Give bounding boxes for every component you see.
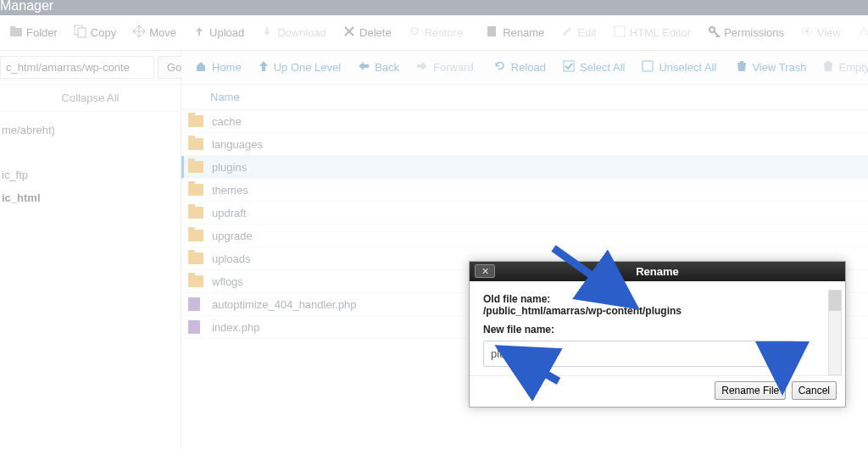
home-label: Home xyxy=(212,61,242,74)
file-name: wflogs xyxy=(212,275,243,288)
file-name: index.php xyxy=(212,321,259,334)
edit-button[interactable]: Edit xyxy=(553,22,604,43)
view-label: View xyxy=(817,26,841,39)
file-name: themes xyxy=(212,184,248,197)
dialog-scrollbar[interactable] xyxy=(828,290,842,375)
new-name-label: New file name: xyxy=(483,324,832,335)
reload-icon xyxy=(494,60,506,75)
rename-button[interactable]: Rename xyxy=(478,22,553,43)
close-icon[interactable]: ✕ xyxy=(475,264,495,278)
annotation-arrow xyxy=(547,241,640,309)
move-label: Move xyxy=(149,26,176,39)
file-row[interactable]: languages xyxy=(181,133,868,156)
copy-button[interactable]: Copy xyxy=(66,22,125,43)
rename-label: Rename xyxy=(503,26,544,39)
download-icon xyxy=(261,25,273,40)
html-editor-icon xyxy=(614,25,626,40)
folder-button[interactable]: Folder xyxy=(2,22,66,43)
folder-icon xyxy=(188,207,203,219)
file-icon xyxy=(188,320,200,334)
copy-label: Copy xyxy=(91,26,116,39)
restore-button[interactable]: Restore xyxy=(400,22,472,43)
file-name: cache xyxy=(212,115,242,128)
file-row[interactable]: themes xyxy=(181,179,868,202)
file-row[interactable]: plugins xyxy=(181,156,868,179)
edit-icon xyxy=(561,25,573,40)
file-name: uploads xyxy=(212,252,251,265)
tree-item[interactable]: ic_ftp xyxy=(0,164,181,186)
permissions-button[interactable]: Permissions xyxy=(699,22,793,43)
folder-icon xyxy=(188,138,203,150)
svg-rect-5 xyxy=(615,26,625,36)
up-one-level-button[interactable]: Up One Level xyxy=(250,57,350,78)
move-button[interactable]: Move xyxy=(125,22,185,43)
dialog-title: Rename xyxy=(470,265,845,278)
collapse-all-button[interactable]: Collapse All xyxy=(0,85,181,112)
upload-icon xyxy=(193,25,205,40)
dialog-titlebar[interactable]: ✕ Rename xyxy=(470,262,845,281)
old-file-path: /public_html/amarras/wp-content/plugins xyxy=(483,305,832,317)
extract-icon xyxy=(858,25,868,40)
folder-label: Folder xyxy=(26,26,58,39)
name-column-header[interactable]: Name xyxy=(210,91,240,103)
permissions-label: Permissions xyxy=(724,26,784,39)
back-label: Back xyxy=(375,61,399,74)
view-trash-button[interactable]: View Trash xyxy=(728,57,815,78)
download-label: Download xyxy=(277,26,326,39)
folder-icon xyxy=(188,184,203,196)
app-title: Manager xyxy=(0,0,53,15)
forward-label: Forward xyxy=(433,61,474,74)
extract-button[interactable]: Extr xyxy=(849,22,868,43)
unselect-all-icon xyxy=(642,60,654,75)
home-button[interactable]: Home xyxy=(186,57,250,78)
file-name: autoptimize_404_handler.php xyxy=(212,298,357,311)
up-arrow-icon xyxy=(259,60,269,75)
folder-icon xyxy=(188,115,203,127)
tree-item[interactable] xyxy=(0,141,181,164)
folder-icon xyxy=(188,275,203,287)
html-editor-button[interactable]: HTML Editor xyxy=(605,22,699,43)
download-button[interactable]: Download xyxy=(253,22,335,43)
reload-button[interactable]: Reload xyxy=(486,57,554,78)
table-header: Name xyxy=(181,85,868,110)
edit-label: Edit xyxy=(577,26,596,39)
svg-rect-0 xyxy=(10,28,22,36)
empty-trash-icon xyxy=(823,60,833,75)
file-row[interactable]: updraft xyxy=(181,202,868,224)
tree-item[interactable]: me/abreht) xyxy=(0,119,181,141)
file-name: plugins xyxy=(212,161,247,174)
reload-label: Reload xyxy=(511,61,546,74)
view-icon xyxy=(801,25,813,40)
delete-button[interactable]: Delete xyxy=(335,22,400,43)
action-bar: Home Up One Level Back Forward Reload xyxy=(181,51,868,85)
unselect-all-label: Unselect All xyxy=(659,61,716,74)
forward-button[interactable]: Forward xyxy=(408,58,482,77)
folder-icon xyxy=(188,161,203,173)
folder-icon xyxy=(188,252,203,264)
delete-icon xyxy=(343,25,355,40)
file-row[interactable]: cache xyxy=(181,110,868,133)
svg-rect-9 xyxy=(564,61,574,71)
trash-icon xyxy=(737,60,747,75)
path-input[interactable] xyxy=(0,56,154,79)
tree-item[interactable]: ic_html xyxy=(0,186,181,209)
file-row[interactable]: upgrade xyxy=(181,224,868,247)
file-name: upgrade xyxy=(212,230,253,242)
restore-icon xyxy=(409,25,420,40)
sidebar: Go Collapse All me/abreht)ic_ftpic_html xyxy=(0,51,181,449)
select-all-label: Select All xyxy=(580,61,625,74)
select-all-icon xyxy=(563,60,575,75)
unselect-all-button[interactable]: Unselect All xyxy=(633,57,725,78)
upload-button[interactable]: Upload xyxy=(185,22,253,43)
svg-rect-10 xyxy=(643,61,653,71)
back-arrow-icon xyxy=(358,61,370,74)
back-button[interactable]: Back xyxy=(349,58,408,77)
html-editor-label: HTML Editor xyxy=(630,26,691,39)
view-button[interactable]: View xyxy=(793,22,849,43)
upload-label: Upload xyxy=(209,26,244,39)
empty-trash-button[interactable]: Empty Trash xyxy=(815,57,868,78)
annotation-arrow xyxy=(499,346,567,388)
view-trash-label: View Trash xyxy=(752,61,806,74)
cancel-button[interactable]: Cancel xyxy=(792,381,837,400)
select-all-button[interactable]: Select All xyxy=(554,57,633,78)
